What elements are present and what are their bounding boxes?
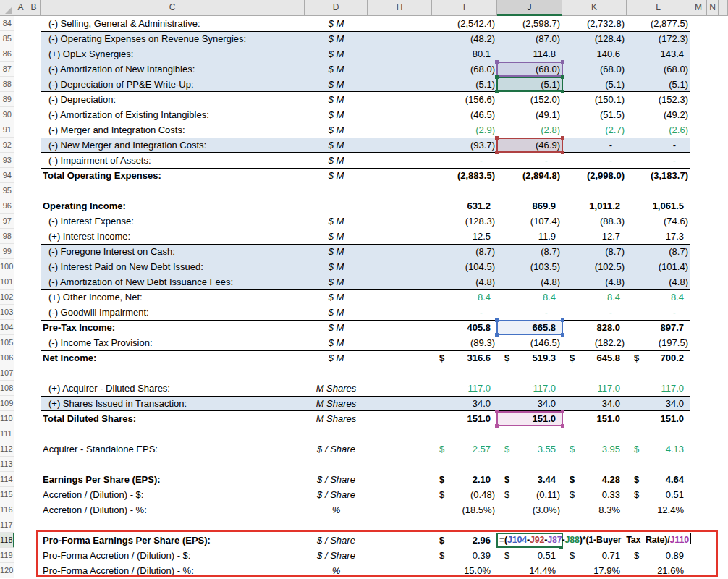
cell-I118[interactable]: $2.96 — [432, 533, 497, 548]
row-header-108[interactable]: 108 — [0, 381, 14, 396]
row-header-112[interactable]: 112 — [0, 441, 14, 457]
cell-J97[interactable]: (107.4) — [497, 214, 562, 229]
select-all-corner[interactable] — [0, 0, 14, 16]
row-header-92[interactable]: 92 — [0, 138, 14, 153]
cell-K119[interactable]: $0.71 — [562, 548, 627, 563]
row-label-89[interactable]: (-) Depreciation: — [48, 92, 309, 107]
cell-L100[interactable]: (101.4) — [627, 259, 690, 274]
row-header-95[interactable]: 95 — [0, 183, 14, 198]
cell-J103[interactable]: - — [497, 305, 562, 320]
row-header-118[interactable]: 118 — [0, 533, 14, 548]
row-label-87[interactable]: (-) Amortization of New Intangibles: — [48, 62, 309, 77]
column-header-I[interactable]: I — [432, 0, 497, 16]
unit-cell-101[interactable]: $ M — [305, 274, 368, 290]
row-header-107[interactable]: 107 — [0, 365, 14, 381]
cell-I120[interactable]: 15.0% — [432, 563, 497, 578]
cell-K109[interactable]: 34.0 — [562, 396, 627, 411]
unit-cell-91[interactable]: $ M — [305, 122, 368, 138]
cell-J110[interactable]: 151.0 — [497, 411, 562, 426]
column-header-N[interactable]: N — [707, 0, 719, 16]
cell-I88[interactable]: (5.1) — [432, 77, 497, 92]
cell-K108[interactable]: 117.0 — [562, 381, 627, 396]
cell-I105[interactable]: (89.3) — [432, 335, 497, 350]
cell-I93[interactable]: - — [432, 153, 497, 168]
cell-I90[interactable]: (46.5) — [432, 107, 497, 122]
cell-I108[interactable]: 117.0 — [432, 381, 497, 396]
cell-L109[interactable]: 34.0 — [627, 396, 690, 411]
cell-J106[interactable]: $519.3 — [497, 350, 562, 365]
cell-I85[interactable]: (48.2) — [432, 31, 497, 46]
row-label-96[interactable]: Operating Income: — [43, 198, 303, 214]
cell-I87[interactable]: (68.0) — [432, 62, 497, 77]
unit-cell-120[interactable]: % — [305, 563, 368, 578]
row-header-113[interactable]: 113 — [0, 457, 14, 472]
unit-cell-97[interactable]: $ M — [305, 214, 368, 229]
cell-L114[interactable]: $4.64 — [627, 472, 690, 487]
row-header-85[interactable]: 85 — [0, 31, 14, 46]
row-header-93[interactable]: 93 — [0, 153, 14, 168]
cell-L88[interactable]: (5.1) — [627, 77, 690, 92]
row-label-94[interactable]: Total Operating Expenses: — [43, 168, 303, 183]
cell-J94[interactable]: (2,894.8) — [497, 168, 562, 183]
row-label-92[interactable]: (-) New Merger and Integration Costs: — [48, 138, 309, 153]
cell-J93[interactable]: - — [497, 153, 562, 168]
row-header-98[interactable]: 98 — [0, 229, 14, 244]
cell-K105[interactable]: (182.2) — [562, 335, 627, 350]
cell-J86[interactable]: 114.8 — [497, 46, 562, 62]
row-header-90[interactable]: 90 — [0, 107, 14, 122]
unit-cell-84[interactable]: $ M — [305, 16, 368, 31]
row-label-101[interactable]: (-) Amortization of New Debt Issuance Fe… — [48, 274, 309, 290]
row-label-118[interactable]: Pro-Forma Earnings Per Share (EPS): — [43, 533, 303, 548]
cell-L89[interactable]: (152.3) — [627, 92, 690, 107]
cell-J102[interactable]: 8.4 — [497, 290, 562, 305]
row-label-91[interactable]: (-) Merger and Integration Costs: — [48, 122, 309, 138]
cell-K104[interactable]: 828.0 — [562, 320, 627, 335]
row-header-106[interactable]: 106 — [0, 350, 14, 365]
cell-J119[interactable]: $0.51 — [497, 548, 562, 563]
column-header-K[interactable]: K — [562, 0, 627, 16]
row-label-85[interactable]: (-) Operating Expenses on Revenue Synerg… — [48, 31, 309, 46]
cell-I104[interactable]: 405.8 — [432, 320, 497, 335]
cell-K84[interactable]: (2,732.8) — [562, 16, 627, 31]
cell-L106[interactable]: $700.2 — [627, 350, 690, 365]
cell-I94[interactable]: (2,883.5) — [432, 168, 497, 183]
row-header-104[interactable]: 104 — [0, 320, 14, 335]
row-header-115[interactable]: 115 — [0, 487, 14, 502]
column-header-J[interactable]: J — [497, 0, 562, 16]
column-header-B[interactable]: B — [27, 0, 41, 16]
cell-K91[interactable]: (2.7) — [562, 122, 627, 138]
row-label-112[interactable]: Acquirer - Standalone EPS: — [43, 441, 303, 457]
row-header-87[interactable]: 87 — [0, 62, 14, 77]
unit-cell-105[interactable]: $ M — [305, 335, 368, 350]
cell-I112[interactable]: $2.57 — [432, 441, 497, 457]
unit-cell-116[interactable]: % — [305, 502, 368, 517]
row-header-84[interactable]: 84 — [0, 16, 14, 31]
unit-cell-115[interactable]: $ / Share — [305, 487, 368, 502]
cell-L85[interactable]: (172.3) — [627, 31, 690, 46]
cell-L84[interactable]: (2,877.5) — [627, 16, 690, 31]
cell-K88[interactable]: (5.1) — [562, 77, 627, 92]
cell-I91[interactable]: (2.9) — [432, 122, 497, 138]
row-label-88[interactable]: (-) Depreciation of PP&E Write-Up: — [48, 77, 309, 92]
unit-cell-89[interactable]: $ M — [305, 92, 368, 107]
cell-I84[interactable]: (2,542.4) — [432, 16, 497, 31]
column-header-M[interactable]: M — [690, 0, 707, 16]
unit-cell-94[interactable]: $ M — [305, 168, 368, 183]
cell-J92[interactable]: (46.9) — [497, 138, 562, 153]
cell-I106[interactable]: $316.6 — [432, 350, 497, 365]
column-header-D[interactable]: D — [305, 0, 368, 16]
row-header-116[interactable]: 116 — [0, 502, 14, 517]
cell-K90[interactable]: (51.5) — [562, 107, 627, 122]
row-header-105[interactable]: 105 — [0, 335, 14, 350]
cell-K120[interactable]: 17.9% — [562, 563, 627, 578]
cell-L97[interactable]: (74.6) — [627, 214, 690, 229]
cell-I86[interactable]: 80.1 — [432, 46, 497, 62]
cell-K93[interactable]: - — [562, 153, 627, 168]
cell-J114[interactable]: $3.44 — [497, 472, 562, 487]
cell-L104[interactable]: 897.7 — [627, 320, 690, 335]
unit-cell-109[interactable]: M Shares — [305, 396, 368, 411]
cell-K94[interactable]: (2,998.0) — [562, 168, 627, 183]
unit-cell-103[interactable]: $ M — [305, 305, 368, 320]
formula-edit-text[interactable]: =(J104-J92-J87-J88)*(1-Buyer_Tax_Rate)/J… — [498, 533, 691, 548]
cell-I110[interactable]: 151.0 — [432, 411, 497, 426]
